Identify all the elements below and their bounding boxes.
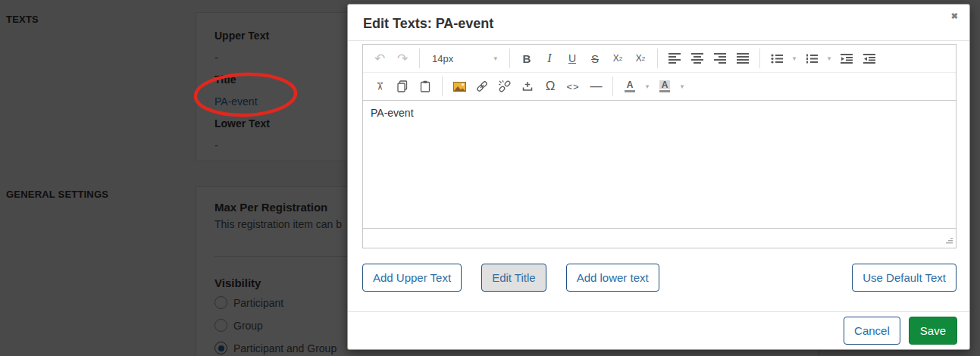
cut-glyph: ✂	[373, 82, 387, 92]
editor-status-bar	[363, 228, 956, 248]
underline-icon[interactable]: U	[561, 48, 584, 69]
toolbar-separator	[509, 48, 510, 68]
edit-title-button[interactable]: Edit Title	[481, 264, 546, 292]
resize-handle-icon[interactable]	[944, 236, 953, 245]
strikethrough-icon[interactable]: S	[584, 48, 606, 69]
background-color-chevron-icon[interactable]: ▾	[676, 76, 688, 97]
red-circle-annotation	[189, 69, 302, 120]
use-default-text-button[interactable]: Use Default Text	[852, 264, 957, 292]
cancel-button[interactable]: Cancel	[844, 317, 900, 345]
bullet-list-icon[interactable]	[766, 48, 788, 69]
editor-content-area[interactable]: PA-event	[363, 101, 956, 228]
chevron-down-icon: ▾	[493, 55, 497, 62]
insert-image-icon[interactable]	[448, 76, 471, 97]
numbered-list-chevron-icon[interactable]: ▾	[823, 48, 835, 69]
background-color-bar	[659, 90, 670, 92]
toolbar-separator	[759, 48, 760, 68]
align-left-icon[interactable]	[663, 48, 686, 69]
paste-icon[interactable]	[414, 76, 437, 97]
text-color-bar	[625, 90, 635, 92]
align-right-icon[interactable]	[709, 48, 731, 69]
dialog-footer: Cancel Save	[348, 311, 969, 349]
align-justify-icon[interactable]	[731, 48, 754, 69]
rich-text-editor: ↶ ↷ 14px ▾ B I U S X2 X2	[362, 44, 957, 248]
special-character-icon[interactable]: Ω	[539, 76, 562, 97]
background-color-letter: A	[659, 80, 671, 89]
align-center-icon[interactable]	[686, 48, 709, 69]
horizontal-rule-icon[interactable]: —	[584, 76, 607, 97]
dialog-header: Edit Texts: PA-event ✖	[348, 5, 969, 41]
subscript-small: 2	[619, 55, 622, 62]
numbered-list-icon[interactable]	[800, 48, 823, 69]
toolbar-separator	[612, 77, 613, 96]
text-color-icon[interactable]: A	[618, 76, 641, 97]
page: TEXTS Upper Text - Title PA-event Lower …	[0, 0, 980, 356]
source-code-icon[interactable]: <>	[562, 76, 584, 97]
background-color-icon[interactable]: A	[653, 76, 676, 97]
toolbar-separator	[442, 77, 443, 96]
superscript-small: 2	[642, 55, 645, 62]
subscript-base: X	[613, 53, 619, 64]
copy-icon[interactable]	[391, 76, 414, 97]
close-icon[interactable]: ✖	[951, 12, 958, 20]
bullet-list-chevron-icon[interactable]: ▾	[788, 48, 800, 69]
unlink-icon[interactable]	[493, 76, 516, 97]
redo-icon[interactable]: ↷	[391, 48, 414, 69]
editor-toolbar-row-2: ✂	[363, 73, 956, 101]
superscript-icon[interactable]: X2	[629, 48, 652, 69]
text-color-letter: A	[627, 80, 634, 89]
outdent-icon[interactable]	[835, 48, 858, 69]
toolbar-separator	[657, 48, 658, 68]
anchor-icon[interactable]	[516, 76, 539, 97]
undo-icon[interactable]: ↶	[368, 48, 391, 69]
add-upper-text-button[interactable]: Add Upper Text	[362, 264, 462, 292]
italic-icon[interactable]: I	[538, 48, 561, 69]
bold-icon[interactable]: B	[515, 48, 538, 69]
toolbar-separator	[419, 48, 420, 68]
dialog-body: ↶ ↷ 14px ▾ B I U S X2 X2	[348, 41, 969, 311]
superscript-base: X	[636, 53, 642, 64]
font-size-select[interactable]: 14px ▾	[425, 48, 504, 69]
font-size-value: 14px	[432, 53, 453, 64]
link-icon[interactable]	[471, 76, 493, 97]
edit-texts-dialog: Edit Texts: PA-event ✖ ↶ ↷ 14px ▾ B I U	[347, 4, 970, 350]
add-lower-text-button[interactable]: Add lower text	[566, 264, 659, 292]
subscript-icon[interactable]: X2	[606, 48, 629, 69]
dialog-title: Edit Texts: PA-event	[363, 16, 954, 32]
text-color-chevron-icon[interactable]: ▾	[641, 76, 653, 97]
save-button[interactable]: Save	[909, 317, 957, 345]
text-section-buttons: Add Upper Text Edit Title Add lower text…	[362, 264, 957, 292]
editor-toolbar-row-1: ↶ ↷ 14px ▾ B I U S X2 X2	[363, 45, 956, 73]
cut-icon[interactable]: ✂	[368, 76, 391, 97]
indent-icon[interactable]	[858, 48, 881, 69]
